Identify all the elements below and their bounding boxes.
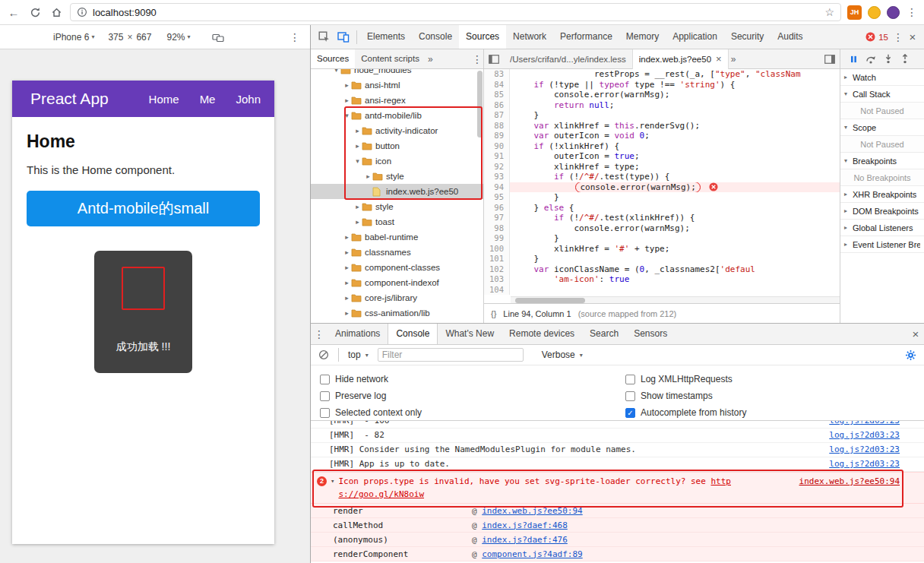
- drawer-tab-animations[interactable]: Animations: [328, 324, 388, 344]
- tab-elements[interactable]: Elements: [360, 25, 412, 49]
- line-number[interactable]: 85: [484, 90, 510, 100]
- checkbox[interactable]: [625, 375, 635, 384]
- sidebar-section-dom-breakpoints[interactable]: ▸DOM Breakpoints: [840, 203, 924, 220]
- source-link[interactable]: index.js?daef:476: [482, 535, 568, 545]
- sidebar-section-xhr-breakpoints[interactable]: ▸XHR Breakpoints: [840, 186, 924, 203]
- sidebar-section-watch[interactable]: ▸Watch: [840, 69, 924, 86]
- source-link[interactable]: index.web.js?ee50:94: [482, 506, 582, 516]
- device-width-field[interactable]: 375: [108, 32, 123, 43]
- tree-item-component-indexof[interactable]: ▸component-indexof: [311, 275, 483, 290]
- line-number[interactable]: 86: [484, 100, 510, 111]
- code-editor[interactable]: 83 restProps = __rest(_a, ["type", "clas…: [484, 69, 840, 303]
- file-tab-users-crifan-d-yle-index-less[interactable]: /Users/crifan/d...yle/index.less: [504, 49, 633, 69]
- devtools-menu-icon[interactable]: ⋮: [892, 31, 904, 43]
- tree-item-button[interactable]: ▸button: [311, 138, 483, 153]
- console-setting-show-timestamps[interactable]: Show timestamps: [625, 387, 746, 404]
- more-tabs-icon[interactable]: »: [426, 54, 435, 65]
- drawer-tab-what-s-new[interactable]: What's New: [438, 324, 502, 344]
- log-level-select[interactable]: Verbose ▾: [542, 350, 583, 360]
- line-number[interactable]: 89: [484, 131, 510, 141]
- horizontal-scrollbar[interactable]: [511, 296, 840, 303]
- drawer-close-icon[interactable]: ×: [907, 327, 924, 340]
- console-setting-preserve-log[interactable]: Preserve log: [320, 387, 625, 404]
- bookmark-star-icon[interactable]: ☆: [824, 6, 834, 18]
- line-number[interactable]: 98: [484, 223, 510, 234]
- checkbox[interactable]: [320, 408, 330, 418]
- error-link[interactable]: https://goo.gl/kN8oiw: [338, 476, 731, 499]
- clear-console-icon[interactable]: [318, 350, 329, 360]
- drawer-tab-console[interactable]: Console: [388, 324, 438, 344]
- line-number[interactable]: 102: [484, 264, 510, 275]
- inspect-element-icon[interactable]: [314, 28, 334, 46]
- device-height-field[interactable]: 667: [136, 32, 151, 43]
- tab-memory[interactable]: Memory: [619, 25, 666, 49]
- url-text[interactable]: localhost:9090: [93, 7, 819, 18]
- tab-audits[interactable]: Audits: [771, 25, 809, 49]
- line-number[interactable]: 97: [484, 213, 510, 223]
- line-number[interactable]: 99: [484, 233, 510, 244]
- nav-link-john[interactable]: John: [236, 93, 261, 106]
- tab-sources[interactable]: Sources: [459, 25, 506, 49]
- checkbox[interactable]: [320, 375, 330, 384]
- line-number[interactable]: 92: [484, 162, 510, 172]
- source-link[interactable]: log.js?2d03:23: [829, 421, 900, 428]
- execution-context-select[interactable]: top ▾: [348, 350, 369, 360]
- drawer-menu-icon[interactable]: ⋮: [311, 328, 328, 340]
- device-mode-icon[interactable]: [334, 28, 353, 46]
- line-number[interactable]: 103: [484, 274, 510, 285]
- file-tab-index-web-js-ee50[interactable]: index.web.js?ee50×: [633, 49, 729, 69]
- tree-item-node-modules[interactable]: ▾node_modules: [311, 69, 483, 77]
- scrollbar-thumb[interactable]: [515, 298, 585, 303]
- more-file-tabs-icon[interactable]: »: [729, 54, 739, 65]
- extension-icon-jh[interactable]: JH: [847, 5, 862, 20]
- tree-item-core-js-library[interactable]: ▸core-js/library: [311, 290, 483, 305]
- source-link[interactable]: log.js?2d03:23: [829, 429, 900, 442]
- tab-close-icon[interactable]: ×: [716, 53, 722, 65]
- drawer-tab-search[interactable]: Search: [582, 324, 626, 344]
- line-number[interactable]: 93: [484, 172, 510, 182]
- console-setting-log-xmlhttprequests[interactable]: Log XMLHttpRequests: [625, 371, 746, 387]
- line-number[interactable]: 90: [484, 141, 510, 152]
- line-number[interactable]: 96: [484, 203, 510, 213]
- devtools-close-icon[interactable]: ×: [904, 30, 921, 43]
- step-over-button[interactable]: [865, 55, 876, 64]
- panel-toggle-left-icon[interactable]: [484, 50, 504, 68]
- tree-item-index-web-js-ee50[interactable]: index.web.js?ee50: [311, 184, 483, 199]
- nav-link-me[interactable]: Me: [200, 93, 216, 106]
- tree-item-ansi-html[interactable]: ▸ansi-html: [311, 77, 483, 93]
- line-number[interactable]: 87: [484, 110, 510, 121]
- console-filter-input[interactable]: [378, 348, 524, 362]
- source-link[interactable]: index.js?daef:468: [482, 520, 568, 530]
- step-into-button[interactable]: [884, 54, 893, 64]
- line-number[interactable]: 100: [484, 244, 510, 255]
- console-setting-autocomplete-from-history[interactable]: ✓Autocomplete from history: [625, 404, 746, 421]
- tab-network[interactable]: Network: [506, 25, 553, 49]
- navigator-tab-content-scripts[interactable]: Content scripts: [355, 49, 426, 68]
- line-number[interactable]: 94: [484, 182, 510, 193]
- zoom-select[interactable]: 92%: [166, 32, 185, 43]
- console-setting-hide-network[interactable]: Hide network: [320, 371, 625, 387]
- line-number[interactable]: 84: [484, 80, 510, 90]
- home-icon[interactable]: [49, 5, 64, 20]
- pause-button[interactable]: [850, 55, 858, 64]
- nav-link-home[interactable]: Home: [149, 93, 179, 106]
- tab-performance[interactable]: Performance: [553, 25, 619, 49]
- tree-item-icon[interactable]: ▾icon: [311, 153, 483, 169]
- tab-console[interactable]: Console: [412, 25, 459, 49]
- line-number[interactable]: 88: [484, 121, 510, 131]
- tree-item-ansi-regex[interactable]: ▸ansi-regex: [311, 93, 483, 108]
- line-number[interactable]: 91: [484, 151, 510, 162]
- tree-item-style[interactable]: ▸style: [311, 169, 483, 184]
- checkbox[interactable]: [320, 391, 330, 401]
- expand-arrow-icon[interactable]: ▾: [331, 477, 334, 485]
- sidebar-section-scope[interactable]: ▾Scope: [840, 119, 924, 136]
- source-link[interactable]: log.js?2d03:23: [829, 457, 900, 471]
- line-number[interactable]: 101: [484, 254, 510, 264]
- tree-item-classnames[interactable]: ▸classnames: [311, 245, 483, 260]
- panel-toggle-right-icon[interactable]: [820, 50, 840, 68]
- antd-small-button[interactable]: Antd-mobile的small: [27, 191, 260, 226]
- back-icon[interactable]: ←: [6, 5, 21, 20]
- refresh-icon[interactable]: [27, 5, 43, 20]
- checkbox[interactable]: [625, 391, 635, 401]
- tab-application[interactable]: Application: [666, 25, 724, 49]
